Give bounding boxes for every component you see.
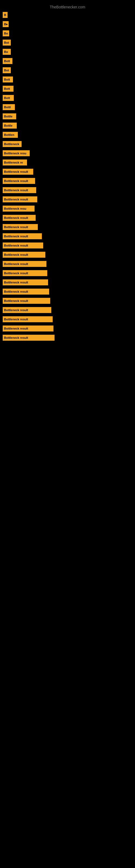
bar-label: Bottleneck result (3, 261, 46, 267)
bar-row: Bottleneck resu (0, 149, 135, 158)
bar-row: Bo (0, 29, 135, 38)
bar-row: Bottleneck result (0, 296, 135, 305)
bar-label: B (3, 12, 8, 18)
bar-label: Bottlen (3, 132, 18, 138)
bar-label: Bottleneck resu (3, 206, 35, 212)
bar-row: Bottleneck result (0, 287, 135, 296)
bar-row: B (0, 10, 135, 20)
bar-label: Bott (3, 76, 13, 83)
bar-label: Bottleneck result (3, 187, 36, 193)
bar-row: B▸ (0, 20, 135, 29)
bar-row: Bottleneck re (0, 158, 135, 167)
bar-row: Bottlen (0, 130, 135, 140)
bar-row: Bottleneck result (0, 241, 135, 250)
bar-label: Bottleneck (3, 141, 21, 147)
bar-row: Bottle (0, 121, 135, 130)
bar-row: Bottleneck (0, 140, 135, 149)
bar-label: Bott (3, 58, 12, 64)
bar-label: Bott (3, 86, 13, 92)
bar-label: Bottle (3, 123, 17, 129)
bar-label: Bottleneck result (3, 335, 54, 341)
bar-row: Bottleneck result (0, 213, 135, 222)
bar-row: Bott (0, 93, 135, 102)
bar-label: Bottleneck result (3, 243, 43, 248)
bar-label: Bottleneck result (3, 316, 53, 322)
bar-label: Bottleneck result (3, 279, 48, 285)
bar-row: Bottleneck result (0, 324, 135, 333)
bar-label: Bottleneck resu (3, 150, 30, 156)
bar-row: Bott (0, 56, 135, 66)
bar-label: Bottleneck result (3, 196, 37, 203)
bar-row: Bottleneck result (0, 278, 135, 287)
bar-label: Bottleneck result (3, 289, 49, 294)
bar-label: Bottleneck result (3, 169, 33, 175)
bar-row: Bottleneck result (0, 195, 135, 204)
bar-row: Bo (0, 47, 135, 56)
bar-label: Bottleneck re (3, 159, 27, 165)
bar-label: Bottleneck result (3, 178, 35, 184)
bar-row: Bottleneck result (0, 333, 135, 342)
bar-label: Bottleneck result (3, 307, 51, 313)
bar-row: Bottl (0, 102, 135, 112)
bar-label: Bott (3, 95, 14, 101)
bar-label: Bottleneck result (3, 270, 47, 276)
bar-label: Bottleneck result (3, 326, 53, 332)
bar-row: Bottle (0, 112, 135, 121)
bar-row: Bottleneck resu (0, 204, 135, 213)
bar-row: Bottleneck result (0, 315, 135, 324)
bar-row: Bottleneck result (0, 305, 135, 315)
bar-label: B▸ (3, 21, 9, 27)
bar-row: Bottleneck result (0, 176, 135, 186)
bar-label: Bot (3, 67, 11, 73)
bar-label: Bot (3, 40, 11, 45)
bar-label: Bo (3, 49, 11, 55)
bar-row: Bottleneck result (0, 231, 135, 241)
bar-row: Bottleneck result (0, 250, 135, 259)
bar-row: Bottleneck result (0, 222, 135, 231)
bar-row: Bot (0, 66, 135, 75)
bar-row: Bottleneck result (0, 269, 135, 278)
bar-row: Bott (0, 75, 135, 84)
bar-label: Bottleneck result (3, 252, 45, 258)
bar-label: Bottl (3, 104, 15, 110)
bar-row: Bottleneck result (0, 259, 135, 269)
bar-row: Bottleneck result (0, 167, 135, 176)
bar-label: Bo (3, 30, 9, 36)
bar-label: Bottleneck result (3, 233, 42, 239)
bar-label: Bottleneck result (3, 215, 36, 221)
main-container: TheBottlenecker.com BB▸BoBotBoBottBotBot… (0, 0, 135, 345)
bar-label: Bottle (3, 113, 16, 119)
bar-row: Bot (0, 38, 135, 47)
bar-row: Bott (0, 84, 135, 93)
bar-label: Bottleneck result (3, 224, 38, 230)
bar-label: Bottleneck result (3, 298, 50, 304)
site-title: TheBottlenecker.com (0, 3, 135, 10)
bars-container: BB▸BoBotBoBottBotBottBottBottBottlBottle… (0, 10, 135, 342)
bar-row: Bottleneck result (0, 186, 135, 195)
